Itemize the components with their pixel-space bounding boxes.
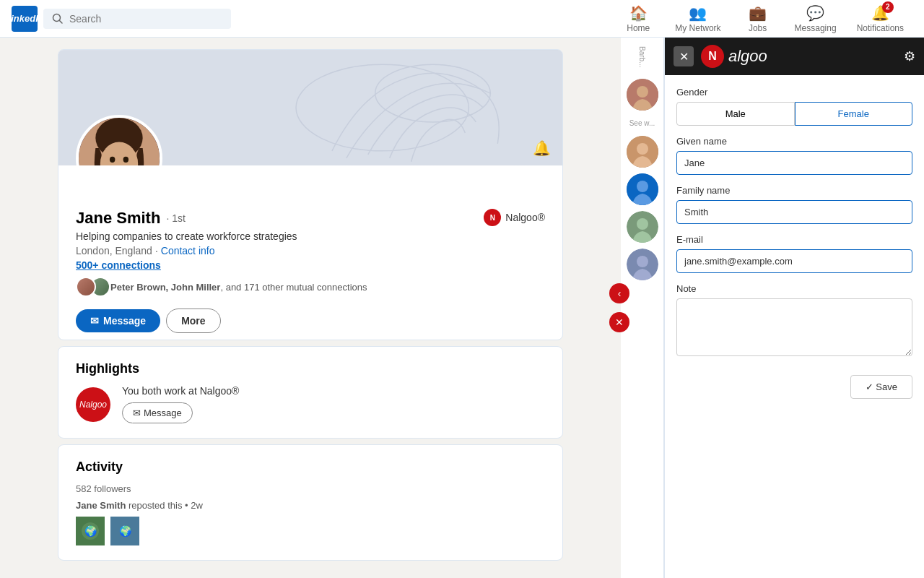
nav-my-network[interactable]: 👥 My Network — [666, 4, 729, 33]
nalgoo-close-button[interactable]: ✕ — [674, 46, 694, 66]
given-name-field: Given name — [676, 136, 912, 175]
send-icon: ✉ — [90, 315, 99, 327]
email-label: E-mail — [676, 234, 912, 245]
linkedin-logo: LinkedIn — [12, 6, 38, 32]
profile-cover: 🔔 — [58, 50, 562, 165]
message-button[interactable]: ✉ Message — [76, 309, 160, 332]
given-name-label: Given name — [676, 136, 912, 147]
top-navigation: LinkedIn 🏠 Home 👥 My Network 💼 Jobs 💬 Me… — [0, 0, 924, 38]
connection-degree: · 1st — [166, 212, 185, 224]
svg-point-18 — [637, 143, 648, 155]
nav-home[interactable]: 🏠 Home — [613, 4, 663, 33]
search-bar[interactable] — [43, 9, 231, 29]
highlights-title: Highlights — [76, 361, 545, 376]
gender-female-button[interactable]: Female — [795, 102, 913, 126]
nav-notifications[interactable]: 🔔 2 Notifications — [848, 4, 912, 33]
svg-line-1 — [60, 20, 63, 23]
activity-action: reposted this — [128, 500, 182, 511]
connections-link[interactable]: 500+ connections — [76, 259, 297, 271]
svg-point-9 — [123, 157, 128, 163]
svg-point-8 — [110, 157, 115, 163]
family-name-label: Family name — [676, 185, 912, 196]
mutual-avatar-1 — [76, 277, 96, 297]
nalgoo-header: ✕ N algoo ⚙ — [665, 38, 924, 75]
contact-info-link[interactable]: Contact info — [161, 245, 215, 256]
search-input[interactable] — [69, 13, 222, 25]
activity-title: Activity — [76, 460, 545, 475]
contact-avatar-5[interactable] — [627, 249, 658, 280]
profile-action-buttons: ✉ Message More — [76, 309, 545, 333]
highlight-row: Nalgoo You both work at Nalgoo® ✉ Messag… — [76, 385, 545, 423]
gender-field: Gender Male Female — [676, 87, 912, 126]
activity-thumbnails: 🌍 🌍 — [76, 517, 545, 545]
nav-messaging[interactable]: 💬 Messaging — [786, 4, 845, 33]
svg-point-24 — [637, 256, 648, 267]
nalgoo-n-logo: N — [701, 45, 724, 68]
nalgoo-settings-icon[interactable]: ⚙ — [904, 48, 915, 64]
nav-home-label: Home — [627, 23, 650, 33]
contacts-panel: Barb... See w... ‹ ✕ — [621, 38, 664, 578]
nalgoo-sidebar: ✕ N algoo ⚙ Gender Male Female Given nam… — [664, 38, 924, 578]
profile-location: London, England · Contact info — [76, 245, 297, 256]
svg-point-20 — [637, 181, 648, 192]
profile-avatar — [76, 115, 162, 165]
see-more-label: See w... — [629, 116, 655, 130]
jobs-icon: 💼 — [749, 4, 767, 22]
profile-avatar-wrapper — [76, 115, 162, 165]
contact-avatar-4[interactable] — [627, 211, 658, 243]
nav-jobs-label: Jobs — [749, 23, 767, 33]
profile-headline: Helping companies to create workforce st… — [76, 230, 297, 242]
activity-post-info: Jane Smith reposted this • 2w — [76, 500, 545, 511]
activity-time: 2w — [191, 500, 203, 511]
highlights-card: Highlights Nalgoo You both work at Nalgo… — [58, 346, 563, 439]
note-field: Note — [676, 283, 912, 359]
given-name-input[interactable] — [676, 151, 912, 175]
search-icon — [52, 13, 64, 25]
nav-jobs[interactable]: 💼 Jobs — [733, 4, 783, 33]
nalgoo-small-logo: N — [484, 209, 501, 226]
send-small-icon: ✉ — [133, 407, 141, 418]
note-textarea[interactable] — [676, 298, 912, 356]
activity-followers: 582 followers — [76, 483, 545, 494]
panel-close-button[interactable]: ✕ — [609, 312, 629, 332]
more-button[interactable]: More — [166, 309, 220, 333]
activity-thumb-1: 🌍 — [76, 517, 105, 545]
bell-notification-icon[interactable]: 🔔 — [533, 139, 551, 157]
highlight-message-button[interactable]: ✉ Message — [122, 402, 193, 423]
messaging-icon: 💬 — [806, 4, 824, 22]
nalgoo-company-name: Nalgoo® — [505, 212, 545, 223]
main-area: 🔔 Jane Smith · 1st Helping companies to … — [0, 38, 924, 578]
gender-label: Gender — [676, 87, 912, 98]
gender-buttons: Male Female — [676, 102, 912, 126]
home-icon: 🏠 — [629, 4, 648, 22]
network-icon: 👥 — [689, 4, 707, 22]
mutual-names: Peter Brown, John Miller, and 171 other … — [110, 282, 367, 293]
nalgoo-highlight-logo: Nalgoo — [76, 387, 110, 422]
family-name-input[interactable] — [676, 200, 912, 224]
contact-avatar-1[interactable] — [627, 79, 658, 111]
panel-collapse-button[interactable]: ‹ — [609, 283, 629, 303]
save-button[interactable]: ✓ Save — [850, 375, 912, 399]
profile-info: Jane Smith · 1st Helping companies to cr… — [58, 165, 562, 340]
email-field: E-mail — [676, 234, 912, 273]
contact-avatar-3[interactable] — [627, 173, 658, 205]
nav-messaging-label: Messaging — [795, 23, 837, 33]
email-input[interactable] — [676, 249, 912, 273]
svg-point-22 — [637, 218, 648, 230]
activity-thumb-2: 🌍 — [110, 517, 139, 545]
nav-notifications-label: Notifications — [857, 23, 904, 33]
profile-full-name: Jane Smith — [76, 209, 160, 228]
activity-poster-name: Jane Smith — [76, 500, 126, 511]
notifications-badge: 2 — [882, 1, 894, 13]
profile-card: 🔔 Jane Smith · 1st Helping companies to … — [58, 49, 563, 340]
contacts-barb-label: Barb... — [638, 43, 646, 67]
notifications-icon: 🔔 2 — [871, 4, 889, 22]
svg-text:🌍: 🌍 — [84, 525, 97, 538]
gender-male-button[interactable]: Male — [676, 102, 795, 126]
mutual-connections: Peter Brown, John Miller, and 171 other … — [76, 277, 545, 297]
nav-network-label: My Network — [675, 23, 720, 33]
nav-items: 🏠 Home 👥 My Network 💼 Jobs 💬 Messaging 🔔… — [613, 4, 912, 33]
activity-card: Activity 582 followers Jane Smith repost… — [58, 444, 563, 561]
svg-text:🌍: 🌍 — [119, 525, 132, 538]
contact-avatar-2[interactable] — [627, 136, 658, 168]
